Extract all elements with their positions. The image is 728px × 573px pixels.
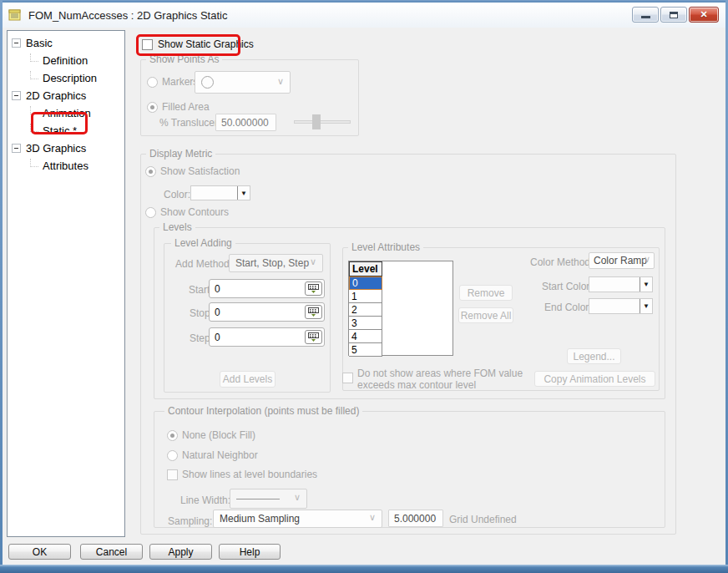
natural-neighbor-label: Natural Neighbor — [182, 449, 258, 461]
line-width-select[interactable]: ∨ — [230, 489, 307, 509]
color-swatch — [589, 277, 640, 292]
stop-input[interactable]: 0 — [209, 302, 325, 322]
show-contours-label: Show Contours — [160, 206, 229, 218]
end-color-select[interactable]: ▼ — [589, 298, 653, 314]
window-border-bottom — [0, 565, 728, 573]
ok-button[interactable]: OK — [8, 544, 71, 560]
collapse-icon[interactable] — [12, 144, 21, 153]
tree-item-label: 3D Graphics — [26, 142, 86, 155]
remove-all-button[interactable]: Remove All — [458, 307, 513, 323]
color-method-select[interactable]: Color Ramp ∨ — [589, 252, 655, 269]
display-metric-title: Display Metric — [146, 148, 215, 160]
app-icon — [8, 8, 22, 22]
grid-status-label: Grid Undefined — [449, 514, 517, 525]
translucency-slider-thumb[interactable] — [312, 114, 321, 129]
apply-button[interactable]: Apply — [149, 544, 212, 560]
keypad-icon — [308, 332, 319, 342]
tree-item-definition[interactable]: Definition — [30, 52, 88, 68]
step-input[interactable]: 0 — [209, 327, 325, 347]
window-title: FOM_NumAccesses : 2D Graphics Static — [28, 9, 227, 22]
minimize-button[interactable] — [632, 7, 659, 23]
collapse-icon[interactable] — [12, 38, 21, 48]
tree-item-label: Basic — [26, 37, 53, 49]
add-method-value: Start, Stop, Step — [235, 257, 309, 269]
value-entry-button[interactable] — [305, 330, 322, 344]
keypad-icon — [308, 307, 319, 317]
legend-button[interactable]: Legend... — [567, 348, 621, 364]
collapse-icon[interactable] — [12, 91, 21, 100]
levels-title: Levels — [159, 221, 195, 233]
tree-item-label: Definition — [43, 54, 88, 67]
dropdown-arrow-icon: ▼ — [640, 299, 652, 313]
table-row[interactable]: 3 — [349, 317, 382, 330]
help-button[interactable]: Help — [219, 544, 281, 560]
translucency-input[interactable]: 50.000000 — [215, 114, 276, 131]
dialog-window: FOM_NumAccesses : 2D Graphics Static ✕ B… — [0, 0, 728, 573]
show-satisfaction-radio[interactable] — [145, 166, 156, 177]
add-method-select[interactable]: Start, Stop, Step ∨ — [229, 254, 323, 272]
add-levels-button[interactable]: Add Levels — [220, 371, 276, 388]
start-value: 0 — [215, 283, 220, 295]
tree-item-attributes[interactable]: Attributes — [30, 157, 88, 174]
close-icon: ✕ — [700, 9, 707, 20]
value-entry-button[interactable] — [305, 305, 322, 319]
tree-connector — [30, 71, 38, 79]
show-lines-label: Show lines at level boundaries — [182, 469, 317, 480]
satisfaction-color-label: Color: — [164, 189, 190, 200]
dropdown-arrow-icon: ▼ — [640, 277, 652, 292]
color-swatch — [589, 299, 640, 313]
tree-item-basic[interactable]: Basic — [12, 34, 53, 51]
add-method-label: Add Method: — [175, 258, 232, 270]
fom-exceed-label: Do not show areas where FOM value exceed… — [357, 368, 528, 391]
chevron-down-icon: ∨ — [294, 492, 301, 503]
remove-button[interactable]: Remove — [459, 285, 513, 301]
line-width-sample-icon — [236, 499, 280, 499]
cancel-button[interactable]: Cancel — [80, 544, 143, 560]
show-lines-checkbox[interactable] — [167, 469, 178, 480]
contour-interpolation-title: Contour Interpolation (points must be fi… — [164, 405, 362, 417]
sampling-select[interactable]: Medium Sampling ∨ — [213, 510, 382, 528]
show-contours-radio[interactable] — [145, 207, 156, 218]
show-static-graphics-checkbox[interactable] — [142, 39, 153, 50]
table-row[interactable]: 2 — [349, 303, 382, 317]
table-row[interactable]: 5 — [349, 343, 382, 357]
tree-item-animation[interactable]: Animation — [30, 104, 91, 121]
tree-item-label: Attributes — [43, 160, 88, 172]
maximize-button[interactable] — [660, 7, 687, 23]
show-static-graphics-label: Show Static Graphics — [158, 38, 254, 50]
tree-connector — [30, 106, 38, 114]
tree-item-3d-graphics[interactable]: 3D Graphics — [12, 139, 86, 156]
level-attributes-title: Level Attributes — [348, 241, 423, 253]
value-entry-button[interactable] — [305, 281, 322, 296]
tree-item-label: Static * — [43, 124, 77, 137]
markers-label: Markers — [162, 76, 198, 88]
minimize-icon — [641, 16, 650, 18]
sampling-value: Medium Sampling — [220, 513, 300, 525]
tree-item-static[interactable]: Static * — [30, 122, 77, 139]
tree-panel: Basic Definition Description 2D Graphics… — [7, 30, 125, 537]
copy-animation-levels-button[interactable]: Copy Animation Levels — [534, 371, 655, 387]
tree-item-2d-graphics[interactable]: 2D Graphics — [12, 87, 86, 104]
sampling-label: Sampling: — [168, 515, 212, 527]
natural-neighbor-radio[interactable] — [167, 450, 178, 461]
start-color-select[interactable]: ▼ — [589, 276, 653, 292]
tree-item-description[interactable]: Description — [30, 69, 97, 86]
table-row[interactable]: 4 — [349, 330, 382, 343]
start-input[interactable]: 0 — [209, 279, 325, 298]
table-row[interactable]: 0 — [349, 276, 382, 290]
none-block-fill-radio[interactable] — [167, 430, 178, 441]
marker-style-select[interactable]: ∨ — [195, 71, 291, 94]
translucency-slider[interactable] — [294, 120, 351, 124]
line-width-label: Line Width: — [180, 494, 230, 506]
fom-exceed-checkbox[interactable] — [342, 373, 353, 383]
tree-connector — [30, 53, 38, 62]
markers-radio[interactable] — [147, 77, 158, 88]
color-swatch — [191, 186, 237, 200]
sampling-number-input[interactable]: 5.000000 — [388, 510, 443, 527]
filled-area-radio[interactable] — [147, 102, 158, 113]
table-row[interactable]: 1 — [349, 290, 382, 303]
levels-table[interactable]: Level 0 1 2 3 4 5 — [348, 261, 453, 356]
close-button[interactable]: ✕ — [689, 7, 719, 23]
satisfaction-color-select[interactable]: ▼ — [190, 185, 250, 200]
keypad-icon — [308, 284, 319, 293]
